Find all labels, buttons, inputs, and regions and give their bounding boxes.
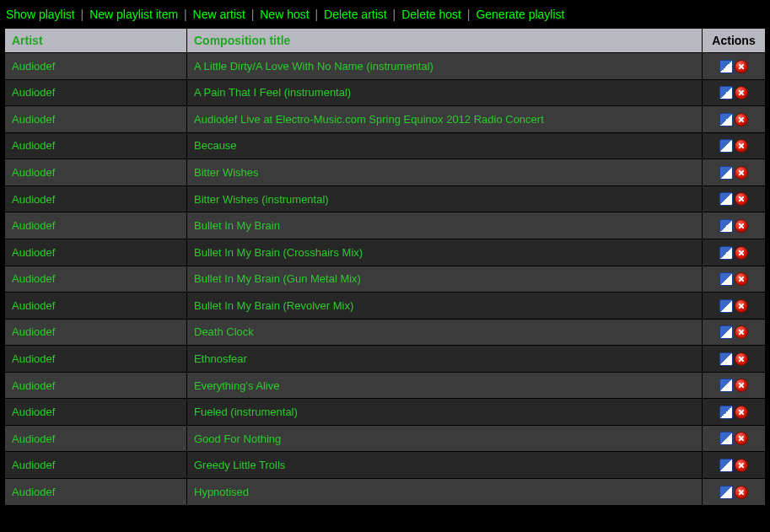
nav-delete-host[interactable]: Delete host (401, 8, 461, 21)
artist-link[interactable]: Audiodef (12, 219, 55, 232)
cell-artist: Audiodef (5, 426, 186, 452)
cell-title: Greedy Little Trolls (187, 452, 702, 478)
artist-link[interactable]: Audiodef (12, 406, 55, 418)
title-link[interactable]: Ethnosfear (194, 352, 247, 365)
edit-icon[interactable] (719, 86, 733, 99)
title-link[interactable]: Because (194, 139, 237, 152)
delete-icon[interactable] (735, 86, 748, 99)
delete-icon[interactable] (735, 379, 748, 392)
cell-artist: Audiodef (5, 53, 186, 79)
edit-icon[interactable] (719, 246, 733, 260)
cell-artist: Audiodef (5, 399, 186, 425)
cell-title: Because (187, 133, 702, 159)
delete-icon[interactable] (735, 60, 748, 73)
title-link[interactable]: Hypnotised (194, 486, 249, 498)
cell-title: Ethnosfear (187, 346, 702, 372)
edit-icon[interactable] (719, 192, 733, 206)
artist-link[interactable]: Audiodef (12, 113, 55, 126)
artist-link[interactable]: Audiodef (12, 379, 55, 392)
delete-icon[interactable] (735, 192, 748, 206)
title-link[interactable]: Bullet In My Brain (Revolver Mix) (194, 299, 353, 312)
nav-show-playlist[interactable]: Show playlist (6, 8, 75, 21)
title-link[interactable]: Bullet In My Brain (194, 219, 280, 232)
nav-sep: | (78, 8, 87, 21)
edit-icon[interactable] (719, 352, 733, 366)
edit-icon[interactable] (719, 219, 733, 233)
table-row: AudiodefGood For Nothing (5, 426, 765, 452)
artist-link[interactable]: Audiodef (12, 352, 55, 365)
cell-actions (703, 239, 765, 266)
title-link[interactable]: Bullet In My Brain (Gun Metal Mix) (194, 272, 361, 285)
delete-icon[interactable] (735, 246, 748, 260)
cell-title: Bitter Wishes (instrumental) (187, 186, 702, 212)
nav-new-host[interactable]: New host (260, 8, 309, 21)
artist-link[interactable]: Audiodef (12, 299, 55, 312)
title-link[interactable]: Fueled (instrumental) (194, 406, 298, 418)
top-nav: Show playlist | New playlist item | New … (4, 4, 766, 28)
edit-icon[interactable] (719, 406, 733, 419)
cell-actions (703, 266, 765, 293)
delete-icon[interactable] (735, 166, 748, 180)
artist-link[interactable]: Audiodef (12, 246, 55, 259)
title-link[interactable]: Bullet In My Brain (Crosshairs Mix) (194, 246, 363, 259)
edit-icon[interactable] (719, 272, 733, 286)
artist-link[interactable]: Audiodef (12, 459, 55, 471)
cell-actions (703, 399, 765, 425)
cell-artist: Audiodef (5, 80, 186, 106)
cell-artist: Audiodef (5, 373, 186, 399)
artist-link[interactable]: Audiodef (12, 433, 55, 445)
edit-icon[interactable] (719, 432, 733, 445)
delete-icon[interactable] (735, 459, 748, 472)
delete-icon[interactable] (735, 486, 748, 499)
edit-icon[interactable] (719, 379, 733, 392)
delete-icon[interactable] (735, 299, 748, 313)
title-link[interactable]: Audiodef Live at Electro-Music.com Sprin… (194, 113, 544, 126)
title-link[interactable]: Good For Nothing (194, 433, 281, 445)
cell-actions (703, 293, 765, 319)
artist-link[interactable]: Audiodef (12, 166, 55, 179)
col-header-artist[interactable]: Artist (5, 29, 186, 52)
delete-icon[interactable] (735, 352, 748, 366)
nav-delete-artist[interactable]: Delete artist (324, 8, 387, 21)
artist-link[interactable]: Audiodef (12, 193, 55, 206)
col-header-title[interactable]: Composition title (187, 29, 702, 52)
delete-icon[interactable] (735, 272, 748, 286)
playlist-table: Artist Composition title Actions Audiode… (4, 28, 766, 506)
delete-icon[interactable] (735, 406, 748, 419)
delete-icon[interactable] (735, 219, 748, 233)
edit-icon[interactable] (719, 166, 733, 180)
edit-icon[interactable] (719, 139, 733, 153)
artist-link[interactable]: Audiodef (12, 139, 55, 152)
edit-icon[interactable] (719, 486, 733, 499)
delete-icon[interactable] (735, 325, 748, 339)
cell-actions (703, 106, 765, 132)
artist-link[interactable]: Audiodef (12, 272, 55, 285)
title-link[interactable]: A Little Dirty/A Love With No Name (inst… (194, 60, 433, 73)
table-row: AudiodefBullet In My Brain (Crosshairs M… (5, 239, 765, 266)
artist-link[interactable]: Audiodef (12, 86, 55, 99)
edit-icon[interactable] (719, 459, 733, 472)
edit-icon[interactable] (719, 113, 733, 126)
artist-link[interactable]: Audiodef (12, 325, 55, 338)
title-link[interactable]: Everything's Alive (194, 379, 279, 392)
title-link[interactable]: Death Clock (194, 325, 254, 338)
cell-title: Hypnotised (187, 479, 702, 505)
edit-icon[interactable] (719, 325, 733, 339)
edit-icon[interactable] (719, 299, 733, 313)
nav-generate-playlist[interactable]: Generate playlist (476, 8, 564, 21)
nav-new-artist[interactable]: New artist (193, 8, 245, 21)
artist-link[interactable]: Audiodef (12, 60, 55, 73)
edit-icon[interactable] (719, 60, 733, 73)
title-link[interactable]: Bitter Wishes (194, 166, 259, 179)
cell-artist: Audiodef (5, 479, 186, 505)
delete-icon[interactable] (735, 139, 748, 153)
title-link[interactable]: A Pain That I Feel (instrumental) (194, 86, 351, 99)
nav-new-playlist-item[interactable]: New playlist item (89, 8, 178, 21)
title-link[interactable]: Bitter Wishes (instrumental) (194, 193, 329, 206)
cell-artist: Audiodef (5, 212, 186, 239)
delete-icon[interactable] (735, 113, 748, 126)
artist-link[interactable]: Audiodef (12, 486, 55, 498)
title-link[interactable]: Greedy Little Trolls (194, 459, 285, 471)
delete-icon[interactable] (735, 432, 748, 445)
cell-artist: Audiodef (5, 133, 186, 159)
